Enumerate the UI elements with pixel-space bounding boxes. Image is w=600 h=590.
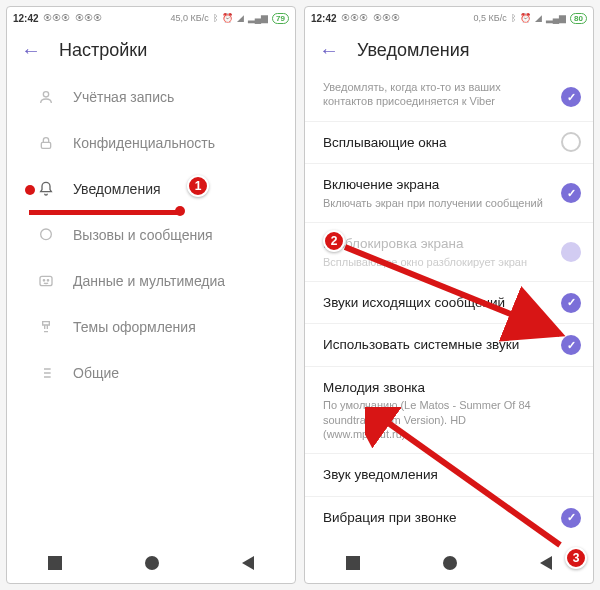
notif-item-screenon[interactable]: Включение экрана Включать экран при полу… xyxy=(305,164,593,223)
annotation-badge-1: 1 xyxy=(187,175,209,197)
notif-item-popup[interactable]: Всплывающие окна xyxy=(305,122,593,165)
annotation-badge-2: 2 xyxy=(323,230,345,252)
svg-point-4 xyxy=(43,280,44,281)
phone-right: 12:42 ⦿⦿⦿ ⦿⦿⦿ 0,5 КБ/с ᛒ ⏰ ◢ ▂▄▆ 80 ← Ув… xyxy=(304,6,594,584)
bluetooth-icon: ᛒ xyxy=(213,13,218,23)
nav-recent-icon[interactable] xyxy=(48,556,62,570)
settings-item-themes[interactable]: Темы оформления xyxy=(7,304,295,350)
nav-back-icon[interactable] xyxy=(242,556,254,570)
radio-off-icon[interactable] xyxy=(561,132,581,152)
app-header: ← Уведомления xyxy=(305,29,593,74)
notif-title: Вибрация при звонке xyxy=(323,509,549,527)
checkbox-on-icon[interactable] xyxy=(561,508,581,528)
wifi-icon: ◢ xyxy=(535,13,542,23)
notif-title: Звуки исходящих сообщений xyxy=(323,294,549,312)
app-header: ← Настройки xyxy=(7,29,295,74)
settings-label: Учётная запись xyxy=(73,89,174,105)
checkbox-on-icon[interactable] xyxy=(561,183,581,203)
status-net: 45,0 КБ/с xyxy=(171,13,209,23)
notif-title: Включение экрана xyxy=(323,176,549,194)
settings-label: Вызовы и сообщения xyxy=(73,227,213,243)
notif-title: Всплывающие окна xyxy=(323,134,549,152)
back-icon[interactable]: ← xyxy=(319,39,339,62)
notif-item-unlock[interactable]: Разблокировка экрана Всплывающее окно ра… xyxy=(305,223,593,282)
notif-subtitle: Уведомлять, когда кто-то из ваших контак… xyxy=(323,80,549,109)
status-icon: ⦿⦿⦿ ⦿⦿⦿ xyxy=(341,13,400,23)
notif-title: Использовать системные звуки xyxy=(323,336,549,354)
signal-icon: ▂▄▆ xyxy=(546,13,566,23)
settings-label: Темы оформления xyxy=(73,319,196,335)
list-icon xyxy=(37,364,55,382)
notif-item-ringtone[interactable]: Мелодия звонка По умолчанию (Le Matos - … xyxy=(305,367,593,454)
notif-subtitle: Включать экран при получении сообщений xyxy=(323,196,549,210)
settings-item-privacy[interactable]: Конфиденциальность xyxy=(7,120,295,166)
brush-icon xyxy=(37,318,55,336)
checkbox-on-icon[interactable] xyxy=(561,335,581,355)
nav-home-icon[interactable] xyxy=(443,556,457,570)
nav-bar xyxy=(7,543,295,583)
svg-rect-1 xyxy=(41,142,50,148)
status-bar: 12:42 ⦿⦿⦿ ⦿⦿⦿ 0,5 КБ/с ᛒ ⏰ ◢ ▂▄▆ 80 xyxy=(305,7,593,29)
status-time: 12:42 xyxy=(13,13,39,24)
notif-item-notif-sound[interactable]: Звук уведомления xyxy=(305,454,593,497)
settings-label: Данные и мультимедиа xyxy=(73,273,225,289)
checkbox-on-icon[interactable] xyxy=(561,87,581,107)
settings-label: Общие xyxy=(73,365,119,381)
notif-subtitle: Всплывающее окно разблокирует экран xyxy=(323,255,549,269)
notif-title: Мелодия звонка xyxy=(323,379,549,397)
signal-icon: ▂▄▆ xyxy=(248,13,268,23)
annotation-underline xyxy=(29,210,181,215)
settings-item-notifications[interactable]: Уведомления xyxy=(7,166,295,212)
annotation-dot xyxy=(25,185,35,195)
checkbox-on-icon[interactable] xyxy=(561,293,581,313)
notif-item-join[interactable]: Уведомлять, когда кто-то из ваших контак… xyxy=(305,74,593,122)
back-icon[interactable]: ← xyxy=(21,39,41,62)
bell-icon xyxy=(37,180,55,198)
user-icon xyxy=(37,88,55,106)
alarm-icon: ⏰ xyxy=(520,13,531,23)
status-net: 0,5 КБ/с xyxy=(474,13,507,23)
status-time: 12:42 xyxy=(311,13,337,24)
media-icon xyxy=(37,272,55,290)
svg-point-0 xyxy=(43,92,48,97)
bluetooth-icon: ᛒ xyxy=(511,13,516,23)
svg-rect-3 xyxy=(40,276,52,285)
page-title: Настройки xyxy=(59,40,147,61)
battery-indicator: 79 xyxy=(272,13,289,24)
settings-item-calls[interactable]: Вызовы и сообщения xyxy=(7,212,295,258)
phone-left: 12:42 ⦿⦿⦿ ⦿⦿⦿ 45,0 КБ/с ᛒ ⏰ ◢ ▂▄▆ 79 ← Н… xyxy=(6,6,296,584)
wifi-icon: ◢ xyxy=(237,13,244,23)
alarm-icon: ⏰ xyxy=(222,13,233,23)
settings-item-general[interactable]: Общие xyxy=(7,350,295,396)
checkbox-off-icon[interactable] xyxy=(561,242,581,262)
settings-item-data[interactable]: Данные и мультимедиа xyxy=(7,258,295,304)
settings-item-account[interactable]: Учётная запись xyxy=(7,74,295,120)
status-icon: ⦿⦿⦿ ⦿⦿⦿ xyxy=(43,13,102,23)
battery-indicator: 80 xyxy=(570,13,587,24)
notif-title: Разблокировка экрана xyxy=(323,235,549,253)
annotation-dot xyxy=(175,206,185,216)
svg-point-5 xyxy=(47,280,48,281)
page-title: Уведомления xyxy=(357,40,470,61)
notif-title: Звук уведомления xyxy=(323,466,549,484)
nav-back-icon[interactable] xyxy=(540,556,552,570)
status-bar: 12:42 ⦿⦿⦿ ⦿⦿⦿ 45,0 КБ/с ᛒ ⏰ ◢ ▂▄▆ 79 xyxy=(7,7,295,29)
lock-icon xyxy=(37,134,55,152)
nav-bar xyxy=(305,543,593,583)
settings-label: Уведомления xyxy=(73,181,161,197)
nav-home-icon[interactable] xyxy=(145,556,159,570)
notif-item-vibrate[interactable]: Вибрация при звонке xyxy=(305,497,593,539)
notif-item-outgoing-sounds[interactable]: Звуки исходящих сообщений xyxy=(305,282,593,325)
settings-list: Учётная запись Конфиденциальность Уведом… xyxy=(7,74,295,543)
notif-item-system-sounds[interactable]: Использовать системные звуки xyxy=(305,324,593,367)
settings-label: Конфиденциальность xyxy=(73,135,215,151)
nav-recent-icon[interactable] xyxy=(346,556,360,570)
chat-icon xyxy=(37,226,55,244)
notif-subtitle: По умолчанию (Le Matos - Summer Of 84 so… xyxy=(323,398,549,441)
annotation-badge-3: 3 xyxy=(565,547,587,569)
notifications-list: Уведомлять, когда кто-то из ваших контак… xyxy=(305,74,593,543)
